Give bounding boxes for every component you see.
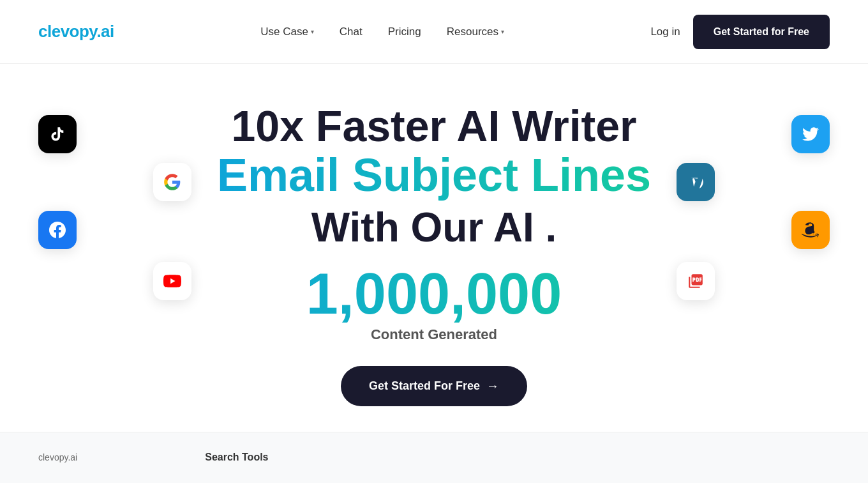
hero-count-label: Content Generated — [217, 326, 651, 343]
wordpress-icon — [677, 163, 715, 201]
hero-line2: Email Subject Lines — [217, 150, 651, 201]
nav-links: Use Case ▾ Chat Pricing Resources ▾ — [250, 20, 514, 43]
footer-preview: clevopy.ai Search Tools — [0, 432, 868, 483]
chevron-down-icon: ▾ — [501, 28, 504, 35]
hero-line1: 10x Faster AI Writer — [217, 102, 651, 150]
twitter-icon — [791, 115, 830, 153]
pdf-icon — [677, 262, 715, 300]
hero-line3: With Our AI . — [217, 203, 651, 252]
youtube-icon — [153, 262, 191, 300]
log-in-link[interactable]: Log in — [650, 26, 680, 38]
hero-section: 10x Faster AI Writer Email Subject Lines… — [0, 64, 868, 432]
nav-cta-button[interactable]: Get Started for Free — [693, 15, 830, 49]
arrow-icon: → — [486, 379, 499, 393]
nav-use-case[interactable]: Use Case ▾ — [250, 20, 324, 43]
facebook-icon — [38, 211, 77, 249]
hero-content: 10x Faster AI Writer Email Subject Lines… — [217, 102, 651, 343]
navigation: clevopy.ai Use Case ▾ Chat Pricing Resou… — [0, 0, 868, 64]
amazon-icon — [791, 211, 830, 249]
nav-right: Log in Get Started for Free — [650, 15, 830, 49]
nav-pricing[interactable]: Pricing — [378, 20, 431, 43]
nav-resources[interactable]: Resources ▾ — [437, 20, 514, 43]
nav-chat[interactable]: Chat — [329, 20, 373, 43]
google-icon — [153, 163, 191, 201]
logo-text: clevopy.ai — [38, 22, 114, 41]
hero-cta-button[interactable]: Get Started For Free → — [341, 366, 527, 406]
tiktok-icon — [38, 115, 77, 153]
logo[interactable]: clevopy.ai — [38, 22, 114, 42]
chevron-down-icon: ▾ — [311, 28, 314, 35]
footer-search-tools: Search Tools — [205, 452, 268, 463]
hero-count: 1,000,000 — [217, 265, 651, 323]
cta-button-label: Get Started For Free — [369, 379, 480, 393]
footer-brand: clevopy.ai — [38, 452, 77, 462]
